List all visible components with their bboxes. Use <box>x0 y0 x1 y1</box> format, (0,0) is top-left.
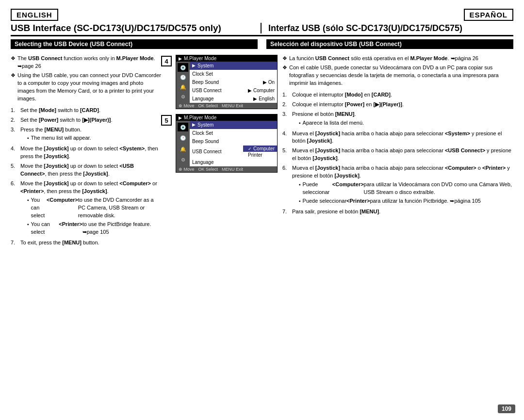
menu-sidebar-4: 💿 🕐 🔔 ⚙ <box>176 62 190 103</box>
sidebar-icon-clock: 🕐 <box>178 73 188 81</box>
diamond-icon-r1: ❖ <box>282 55 287 63</box>
bottom-menu-5: MENU Exit <box>222 167 243 172</box>
sub-bullet-item-r6-2: Puede seleccionar <Printer> para utiliza… <box>299 197 513 205</box>
step-num-7: 7. <box>11 239 20 247</box>
step-rnum-7: 7. <box>282 208 292 216</box>
step-num-3: 3. <box>11 126 20 134</box>
diagram-wrapper-4: 4 ▶ M.Player Mode 💿 🕐 🔔 ⚙ <box>161 55 278 109</box>
sidebar-icon-sound-5: 🔔 <box>178 145 188 153</box>
screen-bottom-bar-4: ⊕ Move OK Select MENU Exit <box>176 103 277 109</box>
sub-bullet-item-r3-1: Aparece la lista del menú. <box>299 119 364 127</box>
diamond-icon-r2: ❖ <box>282 64 287 72</box>
play-icon-4: ▶ <box>179 56 182 61</box>
diamond-icon-2: ❖ <box>11 72 16 80</box>
note-text-1: The USB Connect function works only in M… <box>17 55 161 70</box>
note-block-left: ❖ The USB Connect function works only in… <box>11 55 161 103</box>
menu-item-beep-5: Beep Sound <box>190 137 277 145</box>
step-left-7: 7. To exit, press the [MENU] button. <box>11 239 161 247</box>
title-left: USB Interface (SC-DC173(U)/DC175/DC575 o… <box>11 23 262 33</box>
diagram-center: 4 ▶ M.Player Mode 💿 🕐 🔔 ⚙ <box>161 55 278 249</box>
screen-top-bar-4: ▶ M.Player Mode <box>176 55 277 62</box>
note-text-r2: Con el cable USB, puede conectar su Vide… <box>289 64 513 87</box>
step-rtext-1: Coloque el interruptor [Modo] en [CARD]. <box>292 91 513 99</box>
section-header-right: Selección del dispositivo USB (USB Conne… <box>266 39 513 49</box>
arrow-icon-4: ▶ <box>192 63 196 69</box>
step-text-4: Move the [Joystick] up or down to select… <box>20 145 161 161</box>
menu-item-usb-5: USB Connect <box>190 145 243 158</box>
steps-left: 1. Set the [Mode] switch to [CARD]. 2. S… <box>11 107 161 247</box>
bottom-select-5: OK Select <box>198 167 218 172</box>
screen-bottom-bar-5: ⊕ Move OK Select MENU Exit <box>176 166 277 172</box>
lang-right-4: ▶ English <box>253 96 275 102</box>
step-rnum-5: 5. <box>282 147 292 155</box>
sub-bullet-r6: Puede seleccionar <Computer> para utiliz… <box>292 181 513 205</box>
menu-content-4: ▶System Clock Set Beep Sound ▶ On USB Co… <box>190 62 277 103</box>
lang-badge-espanol: ESPAÑOL <box>464 9 513 21</box>
bottom-menu-4: MENU Exit <box>222 103 243 108</box>
menu-content-5: ▶System Clock Set Beep Sound USB Connect… <box>190 121 277 166</box>
menu-item-clockset-5: Clock Set <box>190 129 277 137</box>
sidebar-icon-clock-5: 🕐 <box>178 134 188 143</box>
bottom-move-4: ⊕ Move <box>179 103 195 108</box>
sub-bullet-3: The menu list will appear. <box>20 134 91 142</box>
step-text-3: Press the [MENU] button. <box>20 127 82 132</box>
page-number: 109 <box>498 404 515 413</box>
step-text-5: Move the [Joystick] up or down to select… <box>20 162 161 178</box>
usb-right-4: ▶ Computer <box>248 87 275 94</box>
sub-bullet-item-6-2: You can select <Printer> to use the Pict… <box>27 221 161 236</box>
check-icon-5: ✓ <box>248 146 252 151</box>
menu-item-beep-4: Beep Sound ▶ On <box>190 78 277 86</box>
step-text-6: Move the [Joystick] up or down to select… <box>20 180 157 194</box>
menu-item-usb-4: USB Connect ▶ Computer <box>190 86 277 95</box>
sub-bullet-item-r6-1: Puede seleccionar <Computer> para utiliz… <box>299 181 513 196</box>
sidebar-icon-disc: 💿 <box>178 63 188 72</box>
bottom-select-4: OK Select <box>198 103 218 108</box>
step-rtext-6: Mueva el [Joystick] hacia arriba o hacia… <box>292 165 510 178</box>
step-num-2: 2. <box>11 116 20 124</box>
screen-mode-5: M.Player Mode <box>184 115 216 120</box>
step-num-1: 1. <box>11 107 20 114</box>
sub-bullet-item-6-1: You can select <Computer> to use the DVD… <box>27 196 161 220</box>
note-block-right: ❖ La función USB Connect sólo está opera… <box>282 55 513 87</box>
step-rtext-5: Mueva el [Joystick] hacia arriba o hacia… <box>292 147 513 162</box>
step-num-5: 5. <box>11 162 20 170</box>
title-row: USB Interface (SC-DC173(U)/DC175/DC575 o… <box>11 23 513 36</box>
text-col-right: ❖ La función USB Connect sólo está opera… <box>278 55 513 249</box>
screen-menu-5: 💿 🕐 🔔 ⚙ ▶System Clock Set Beep Sound <box>176 121 277 166</box>
submenu-5: ✓Computer Printer <box>243 145 277 158</box>
step-rtext-4: Mueva el [Joystick] hacia arriba o hacia… <box>292 130 513 145</box>
step-rtext-7: Para salir, presione el botón [MENU]. <box>292 208 513 216</box>
diamond-icon-1: ❖ <box>11 55 16 63</box>
note-line-r2: ❖ Con el cable USB, puede conectar su Vi… <box>282 64 513 87</box>
step-left-2: 2. Set the [Power] switch to [▶](Player)… <box>11 116 161 124</box>
section-header-left: Selecting the USB Device (USB Connect) <box>11 39 258 49</box>
step-text-1: Set the [Mode] switch to [CARD]. <box>20 107 161 114</box>
sub-bullet-item-3-1: The menu list will appear. <box>27 134 91 142</box>
step-right-6: 6. Mueva el [Joystick] hacia arriba o ha… <box>282 164 513 206</box>
step-rtext-3: Presione el botón [MENU]. <box>292 111 356 117</box>
step-text-7: To exit, press the [MENU] button. <box>20 239 161 247</box>
step-right-5: 5. Mueva el [Joystick] hacia arriba o ha… <box>282 147 513 162</box>
sub-bullet-r3: Aparece la lista del menú. <box>292 119 364 127</box>
diagram-number-5: 5 <box>161 115 172 126</box>
text-col-left: ❖ The USB Connect function works only in… <box>11 55 161 249</box>
step-left-4: 4. Move the [Joystick] up or down to sel… <box>11 145 161 161</box>
step-num-4: 4. <box>11 145 20 153</box>
usb-connect-row-5: USB Connect ✓Computer Printer <box>190 145 277 158</box>
step-rnum-2: 2. <box>282 101 292 109</box>
step-text-2: Set the [Power] switch to [▶](Player)]. <box>20 116 161 124</box>
sidebar-icon-sound: 🔔 <box>178 83 188 92</box>
play-icon-5: ▶ <box>179 115 182 120</box>
arrow-icon-5: ▶ <box>192 122 196 128</box>
submenu-printer-5: Printer <box>243 152 277 158</box>
step-left-6: 6. Move the [Joystick] up or down to sel… <box>11 180 161 237</box>
menu-item-lang-4: Language ▶ English <box>190 95 277 103</box>
step-rnum-6: 6. <box>282 164 292 172</box>
step-rnum-3: 3. <box>282 111 292 118</box>
step-right-2: 2. Coloque el interruptor [Power] en [▶]… <box>282 101 513 109</box>
bottom-move-5: ⊕ Move <box>179 167 195 172</box>
step-rnum-1: 1. <box>282 91 292 99</box>
screen-top-bar-5: ▶ M.Player Mode <box>176 114 277 121</box>
screen-menu-4: 💿 🕐 🔔 ⚙ ▶System Clock Set Beep Sound ▶ <box>176 62 277 103</box>
step-left-3: 3. Press the [MENU] button. The menu lis… <box>11 126 161 144</box>
